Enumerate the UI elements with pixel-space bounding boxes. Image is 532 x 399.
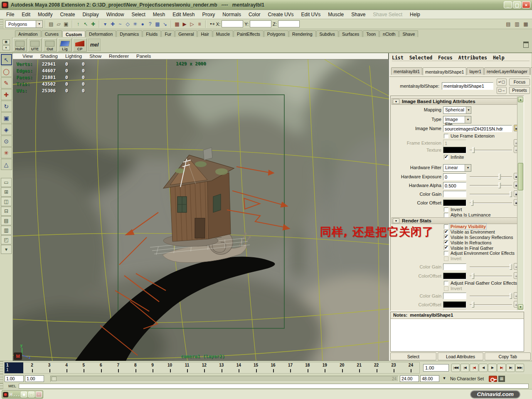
layout-outliner-button[interactable]: ▥ — [1, 226, 12, 235]
menu-item[interactable]: Edit UVs — [298, 10, 325, 19]
menu-item[interactable]: Modify — [34, 10, 56, 19]
shelf-tab[interactable]: General — [175, 30, 197, 37]
layout-two-pane-side-button[interactable]: ◫ — [1, 197, 12, 206]
show-attribute-editor-icon[interactable]: ▤ — [505, 20, 512, 28]
shelf-tab[interactable]: Muscle — [213, 30, 233, 37]
shelf-tab[interactable]: Polygons — [264, 30, 288, 37]
show-input-connections-button[interactable]: ↵▢ — [497, 79, 507, 86]
shelf-tab[interactable]: Fur — [161, 30, 175, 37]
timeline-frame[interactable]: 12 — [196, 362, 213, 373]
viewport-canvas[interactable]: Verts:2294100 Edges:4460700 Faces:218810… — [13, 59, 389, 361]
shelf-tab[interactable]: Deformation — [86, 30, 116, 37]
shelf-tab[interactable]: Toon — [363, 30, 379, 37]
lock-selection-icon[interactable]: ▩ — [154, 20, 161, 28]
timeline-frame[interactable]: 21 — [350, 362, 367, 373]
checkbox[interactable] — [444, 224, 448, 229]
render-stat-checkbox[interactable]: Visible as Environment — [444, 229, 515, 235]
ae-menu-item[interactable]: Selected — [409, 54, 436, 61]
shelf-tab[interactable]: Curves — [42, 30, 62, 37]
timeline-frame[interactable]: 11 — [5, 362, 23, 373]
minimized-window[interactable]: H . . . ▣ ▢ × — [2, 390, 43, 399]
ibl-section-header[interactable]: ▼ Image Based Lighting Attributes — [392, 98, 523, 105]
presets-button[interactable]: Presets — [509, 87, 530, 94]
range-handle[interactable] — [52, 377, 57, 381]
timeline-frame[interactable]: 4 — [58, 362, 75, 373]
shelf-button[interactable]: Out — [43, 38, 57, 52]
shelf-button[interactable]: CP — [73, 38, 87, 52]
color-gain-slider[interactable] — [470, 194, 512, 195]
command-line-input[interactable] — [19, 384, 529, 389]
checkbox[interactable] — [444, 240, 448, 245]
z-input[interactable] — [278, 20, 300, 27]
new-scene-icon[interactable]: ▤ — [47, 20, 55, 28]
render-stat-checkbox[interactable]: Visible In Secondary Reflections — [444, 235, 515, 240]
panel-menu-item[interactable]: Show — [86, 54, 105, 59]
ipr-render-icon[interactable]: ▷ — [188, 20, 196, 28]
snap-mode-icon[interactable]: ▾ — [101, 20, 109, 28]
shelf-tab[interactable]: Animation — [15, 30, 41, 37]
menu-item[interactable]: Edit — [18, 10, 34, 19]
collapse-arrow-icon[interactable]: ▼ — [393, 218, 399, 223]
timeline-frames[interactable]: 11 2 3 4 5 6 7 8 9 10 11 12 — [4, 362, 420, 374]
timeline-frame[interactable]: 23 — [385, 362, 402, 373]
maya-corner-icon[interactable]: M — [14, 352, 22, 360]
timeline-frame[interactable]: 19 — [316, 362, 333, 373]
hardware-exposure-slider[interactable] — [470, 176, 512, 177]
y-input[interactable] — [250, 20, 271, 27]
color-gain-swatch[interactable] — [443, 191, 466, 197]
timeline-frame[interactable]: 24 — [402, 362, 419, 373]
lasso-select-tool-icon[interactable]: ◯ — [1, 66, 12, 77]
ae-tab[interactable]: mentalrayIbl1 — [391, 67, 422, 75]
highlight-selection-icon[interactable]: ↘ — [161, 20, 169, 28]
notes-textarea[interactable] — [391, 319, 524, 351]
rotate-tool-icon[interactable]: ↻ — [1, 101, 12, 112]
hardware-filter-dropdown[interactable]: Linear▼ — [443, 164, 471, 172]
scroll-up-icon[interactable]: ▲ — [518, 97, 523, 102]
panel-menu-item[interactable]: Lighting — [62, 54, 86, 59]
auto-keyframe-icon[interactable] — [489, 376, 497, 382]
render-stats-section-header[interactable]: ▼ Render Stats — [392, 217, 523, 224]
play-backward-button[interactable]: ◀ — [479, 364, 488, 372]
timeline-frame[interactable]: 5 — [75, 362, 92, 373]
menu-item[interactable]: Window — [103, 10, 128, 19]
menu-item[interactable]: Color — [245, 10, 264, 19]
shelf-tab[interactable]: Surfaces — [339, 30, 362, 37]
timeline-frame[interactable]: 18 — [299, 362, 316, 373]
animation-start-input[interactable] — [5, 375, 24, 382]
render-stat-checkbox[interactable]: Visible In Final Gather — [444, 245, 515, 251]
timeline-frame[interactable]: 16 — [264, 362, 281, 373]
checkbox[interactable] — [444, 281, 448, 286]
shelf-button[interactable]: Hshd — [13, 38, 27, 52]
snap-plane-icon[interactable]: ✳ — [131, 20, 139, 28]
x-input[interactable] — [222, 20, 243, 27]
show-manipulator-tool-icon[interactable]: ✳ — [1, 147, 12, 158]
menu-item[interactable]: Create UVs — [264, 10, 298, 19]
scrollbar-thumb[interactable] — [518, 163, 523, 190]
select-component-icon[interactable]: ✚ — [89, 20, 97, 28]
use-frame-extension-checkbox[interactable]: Use Frame Extension — [444, 133, 495, 139]
menu-item[interactable]: Normals — [219, 10, 245, 19]
select-button[interactable]: Select — [390, 352, 436, 360]
paint-select-tool-icon[interactable]: ✎ — [1, 77, 12, 89]
show-channel-box-icon[interactable]: ▦ — [522, 20, 530, 28]
timeline-frame[interactable]: 13 — [213, 362, 230, 373]
shelf-tab[interactable]: Fluids — [143, 30, 161, 37]
shelf-menu[interactable]: ▦▾ — [0, 37, 12, 52]
trash-icon[interactable] — [523, 42, 529, 48]
show-tool-settings-icon[interactable]: ▥ — [513, 20, 521, 28]
render-current-frame-icon[interactable]: ▶ — [181, 20, 188, 28]
ae-menu-item[interactable]: List — [392, 54, 407, 61]
checkbox[interactable] — [444, 207, 448, 212]
layout-three-pane-button[interactable]: ▤ — [1, 216, 12, 225]
copy-tab-button[interactable]: Copy Tab — [485, 352, 531, 360]
layout-two-pane-stacked-button[interactable]: ⊟ — [1, 207, 12, 216]
load-attributes-button[interactable]: Load Attributes — [438, 352, 484, 360]
alpha-is-luminance-checkbox[interactable]: Alpha Is Luminance — [444, 212, 491, 218]
timeline-frame[interactable]: 17 — [282, 362, 299, 373]
save-scene-icon[interactable]: ▣ — [62, 20, 70, 28]
step-forward-frame-button[interactable]: ▶| — [506, 364, 515, 372]
hardware-exposure-input[interactable] — [443, 173, 466, 180]
mel-label[interactable]: MEL — [8, 384, 16, 388]
minimize-button[interactable]: _ — [504, 1, 512, 8]
shelf-button[interactable]: Lig — [58, 38, 72, 52]
